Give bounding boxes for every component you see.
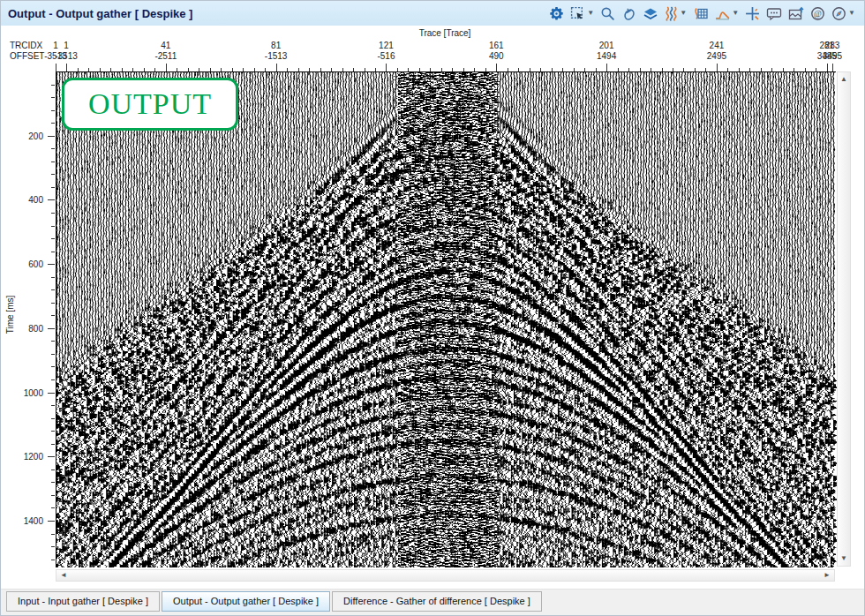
window-title: Output - Output gather [ Despike ] — [8, 7, 192, 20]
display-toolbar: ▼▼▼@▼ — [549, 6, 855, 21]
trcidx-tick-label: 161 — [489, 41, 504, 50]
time-minor-tick — [51, 252, 55, 252]
time-tick-label: 800 — [28, 323, 43, 333]
dropdown-caret-icon[interactable]: ▼ — [587, 10, 594, 17]
time-minor-tick — [51, 97, 55, 98]
trcidx-row-label: TRCIDX — [10, 41, 42, 50]
dropdown-caret-icon[interactable]: ▼ — [732, 10, 739, 17]
time-minor-tick — [51, 148, 55, 149]
vertical-scrollbar[interactable]: ▲ ▼ — [837, 71, 851, 567]
time-minor-tick — [51, 354, 55, 355]
compass-icon[interactable]: ▼ — [831, 6, 855, 21]
time-minor-tick — [51, 174, 55, 175]
scroll-left-arrow-icon[interactable]: ◄ — [60, 572, 67, 579]
gather-tab-1[interactable]: Output - Output gather [ Despike ] — [162, 591, 330, 612]
svg-text:@: @ — [814, 8, 822, 18]
trace-major-tick — [832, 64, 833, 71]
time-minor-tick — [51, 431, 55, 432]
time-minor-tick — [51, 162, 55, 162]
wiggle-display-icon[interactable]: ▼ — [665, 6, 687, 21]
horizontal-scrollbar[interactable]: ◄ ► — [56, 569, 835, 582]
time-tick-label: 1200 — [24, 452, 43, 462]
time-tick-label: 400 — [28, 195, 43, 205]
time-minor-tick — [51, 85, 55, 86]
trcidx-tick-label: 81 — [271, 41, 281, 50]
time-major-tick — [48, 264, 55, 265]
output-overlay-text: OUTPUT — [88, 87, 212, 121]
dropdown-caret-icon[interactable]: ▼ — [680, 10, 687, 17]
time-minor-tick — [51, 277, 55, 278]
seismic-wiggle-canvas[interactable] — [56, 72, 839, 567]
output-overlay-badge: OUTPUT — [62, 78, 238, 131]
time-major-tick — [48, 456, 55, 457]
time-minor-tick — [51, 546, 55, 547]
time-major-tick — [48, 199, 55, 200]
time-minor-tick — [51, 482, 55, 483]
time-minor-tick — [51, 315, 55, 316]
offset-tick-label: 2495 — [707, 51, 726, 61]
trace-header-axis: Trace [Trace] TRCIDX OFFSET 1-35131-3513… — [1, 26, 864, 71]
time-minor-tick — [51, 341, 55, 342]
time-axis: Time [ms] 200400600800100012001400 — [1, 71, 56, 567]
zoom-magnifier-icon[interactable] — [600, 6, 615, 21]
export-image-icon[interactable] — [788, 6, 804, 21]
layers-icon[interactable] — [643, 6, 658, 21]
time-minor-tick — [51, 470, 55, 470]
header-table-icon[interactable] — [693, 6, 709, 21]
offset-tick-label: -516 — [377, 51, 395, 61]
trcidx-tick-label: 241 — [710, 41, 725, 50]
seismic-display-window: Output - Output gather [ Despike ] ▼▼▼@▼… — [0, 0, 865, 616]
time-axis-label: Time [ms] — [5, 284, 15, 346]
time-minor-tick — [51, 303, 55, 304]
time-major-tick — [48, 136, 55, 137]
trcidx-tick-label: 121 — [379, 41, 394, 50]
offset-tick-label: -3513 — [55, 51, 78, 61]
scroll-down-arrow-icon[interactable]: ▼ — [840, 555, 847, 562]
gather-tab-2[interactable]: Difference - Gather of difference [ Desp… — [332, 591, 542, 612]
trcidx-tick-label: 41 — [161, 41, 170, 50]
time-minor-tick — [51, 379, 55, 380]
time-minor-tick — [51, 560, 55, 560]
comment-icon[interactable] — [766, 6, 782, 21]
select-region-icon[interactable]: ▼ — [570, 6, 594, 21]
time-minor-tick — [51, 289, 55, 290]
mouse-tool-icon[interactable] — [621, 6, 636, 21]
locate-at-icon[interactable]: @ — [810, 6, 825, 21]
trcidx-tick-label: 1 — [64, 41, 69, 50]
gather-tab-0[interactable]: Input - Input gather [ Despike ] — [6, 591, 160, 612]
time-minor-tick — [51, 187, 55, 188]
time-tick-label: 600 — [28, 259, 43, 269]
offset-tick-label: 1494 — [597, 51, 616, 61]
trace-axis-title: Trace [Trace] — [56, 28, 834, 38]
title-bar: Output - Output gather [ Despike ] ▼▼▼@▼ — [1, 1, 864, 26]
time-minor-tick — [51, 418, 55, 419]
time-minor-tick — [51, 405, 55, 406]
trcidx-tick-label: 1 — [53, 41, 58, 50]
scroll-right-arrow-icon[interactable]: ► — [824, 572, 831, 579]
time-major-tick — [48, 521, 55, 522]
seismic-plot-area[interactable]: OUTPUT — [56, 71, 836, 567]
time-minor-tick — [51, 213, 55, 214]
time-minor-tick — [51, 123, 55, 124]
time-minor-tick — [51, 366, 55, 367]
offset-tick-label: -2511 — [154, 51, 177, 61]
dropdown-caret-icon[interactable]: ▼ — [848, 10, 855, 17]
crosshair-pick-icon[interactable] — [745, 6, 760, 21]
offset-row-label: OFFSET — [10, 51, 44, 61]
amplitude-curve-icon[interactable]: ▼ — [715, 6, 739, 21]
time-minor-tick — [51, 226, 55, 227]
trcidx-tick-label: 201 — [599, 41, 614, 50]
time-minor-tick — [51, 110, 55, 111]
trcidx-tick-label: 283 — [825, 41, 840, 50]
scroll-up-arrow-icon[interactable]: ▲ — [840, 76, 847, 83]
time-minor-tick — [51, 507, 55, 508]
time-minor-tick — [51, 238, 55, 239]
time-tick-label: 1000 — [24, 387, 43, 397]
gather-tab-bar: Input - Input gather [ Despike ]Output -… — [1, 589, 864, 616]
settings-gear-icon[interactable] — [549, 6, 564, 21]
time-minor-tick — [51, 495, 55, 496]
time-major-tick — [48, 328, 55, 329]
offset-tick-label: 3495 — [823, 51, 842, 61]
time-minor-tick — [51, 534, 55, 535]
time-minor-tick — [51, 444, 55, 445]
